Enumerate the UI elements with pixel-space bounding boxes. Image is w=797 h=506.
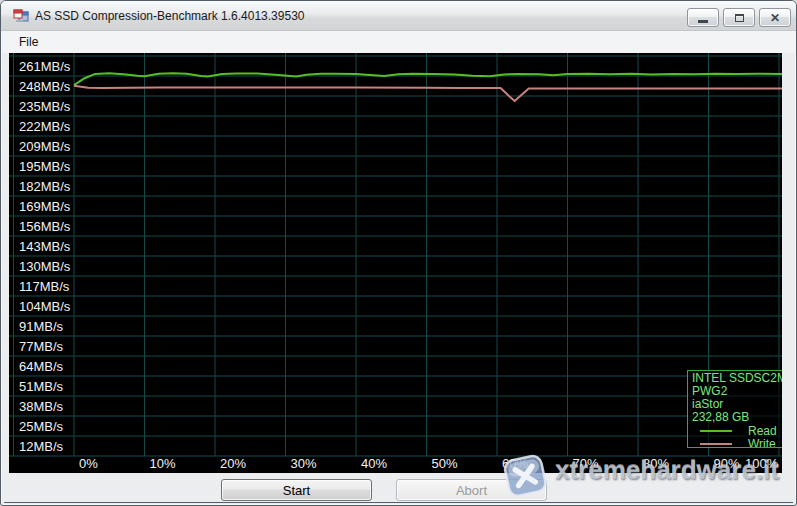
legend-device: INTEL SSDSC2MH2	[692, 372, 782, 385]
x-tick-label: 40%	[361, 456, 387, 471]
titlebar[interactable]: AS SSD Compression-Benchmark 1.6.4013.39…	[1, 1, 796, 31]
y-tick-label: 38MB/s	[19, 399, 64, 414]
write-series-line	[74, 86, 782, 101]
y-tick-label: 248MB/s	[19, 79, 71, 94]
maximize-icon	[735, 14, 744, 22]
close-icon: ✕	[770, 12, 780, 24]
start-button[interactable]: Start	[221, 479, 372, 501]
y-tick-label: 156MB/s	[19, 219, 71, 234]
y-tick-label: 104MB/s	[19, 299, 71, 314]
chart-canvas: 261MB/s248MB/s235MB/s222MB/s209MB/s195MB…	[9, 53, 782, 473]
x-tick-label: 90%	[714, 456, 740, 471]
app-window: AS SSD Compression-Benchmark 1.6.4013.39…	[0, 0, 797, 506]
x-tick-label: 80%	[643, 456, 669, 471]
x-tick-label: 100%	[745, 456, 779, 471]
legend-entry-write: Write	[692, 438, 782, 448]
abort-button[interactable]: Abort	[396, 479, 547, 501]
y-tick-label: 209MB/s	[19, 139, 71, 154]
y-tick-label: 222MB/s	[19, 119, 71, 134]
legend-firmware: PWG2	[692, 385, 782, 398]
window-bottom-edge	[4, 502, 793, 503]
benchmark-chart: 261MB/s248MB/s235MB/s222MB/s209MB/s195MB…	[9, 53, 782, 473]
y-tick-label: 143MB/s	[19, 239, 71, 254]
y-tick-label: 12MB/s	[19, 439, 64, 454]
x-tick-label: 10%	[150, 456, 176, 471]
x-tick-label: 30%	[291, 456, 317, 471]
window-title: AS SSD Compression-Benchmark 1.6.4013.39…	[35, 9, 304, 23]
minimize-button[interactable]	[687, 8, 719, 27]
y-tick-label: 195MB/s	[19, 159, 71, 174]
close-button[interactable]: ✕	[759, 8, 791, 27]
window-controls: ✕	[687, 8, 791, 27]
x-tick-label: 60%	[502, 456, 528, 471]
y-tick-label: 64MB/s	[19, 359, 64, 374]
legend-write-label: Write	[748, 438, 776, 449]
y-tick-label: 77MB/s	[19, 339, 64, 354]
read-series-swatch	[700, 430, 732, 432]
x-tick-label: 70%	[573, 456, 599, 471]
menu-file[interactable]: File	[9, 33, 48, 51]
y-tick-label: 130MB/s	[19, 259, 71, 274]
app-icon	[13, 8, 29, 24]
legend-driver: iaStor	[692, 398, 782, 411]
y-tick-label: 169MB/s	[19, 199, 71, 214]
legend-capacity: 232,88 GB	[692, 411, 782, 424]
y-tick-label: 91MB/s	[19, 319, 64, 334]
minimize-icon	[698, 20, 708, 23]
x-tick-label: 50%	[432, 456, 458, 471]
menu-bar: File	[2, 31, 797, 53]
read-series-line	[74, 73, 782, 85]
y-tick-label: 235MB/s	[19, 99, 71, 114]
chart-legend: INTEL SSDSC2MH2 PWG2 iaStor 232,88 GB Re…	[687, 370, 782, 448]
y-tick-label: 117MB/s	[19, 279, 70, 294]
y-tick-label: 25MB/s	[19, 419, 64, 434]
write-series-swatch	[700, 443, 732, 445]
legend-read-label: Read	[748, 425, 777, 438]
y-tick-label: 182MB/s	[19, 179, 71, 194]
y-tick-label: 261MB/s	[19, 59, 71, 74]
x-tick-label: 0%	[79, 456, 98, 471]
legend-entry-read: Read	[692, 425, 782, 437]
y-tick-label: 51MB/s	[19, 379, 64, 394]
x-tick-label: 20%	[220, 456, 246, 471]
maximize-button[interactable]	[723, 8, 755, 27]
